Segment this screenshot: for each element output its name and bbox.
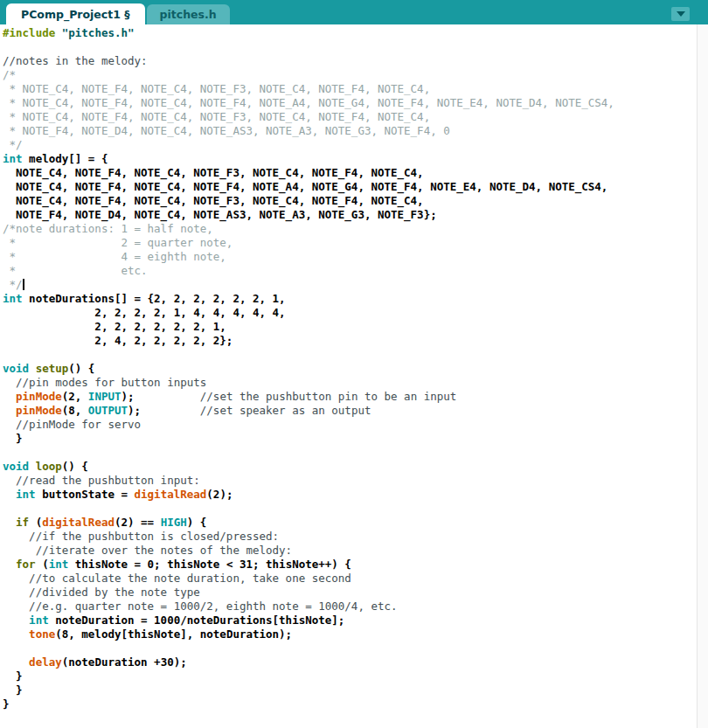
code-line[interactable]: /* (3, 68, 697, 82)
code-line[interactable]: //notes in the melody: (3, 54, 697, 68)
code-line[interactable]: tone(8, melody[thisNote], noteDuration); (3, 627, 697, 641)
code-line[interactable]: pinMode(8, OUTPUT); //set speaker as an … (3, 404, 697, 418)
code-line[interactable]: //read the pushbutton input: (3, 474, 697, 488)
code-line[interactable] (3, 40, 697, 54)
tab-label: pitches.h (160, 8, 217, 21)
code-line[interactable]: * 2 = quarter note, (3, 236, 697, 250)
code-line[interactable]: if (digitalRead(2) == HIGH) { (3, 516, 697, 530)
code-line[interactable]: * NOTE_C4, NOTE_F4, NOTE_C4, NOTE_F3, NO… (3, 110, 697, 124)
code-line[interactable]: NOTE_C4, NOTE_F4, NOTE_C4, NOTE_F3, NOTE… (3, 166, 697, 180)
tab-menu-button[interactable] (671, 7, 690, 21)
code-line[interactable]: //to calculate the note duration, take o… (3, 572, 697, 586)
code-line[interactable]: } (3, 669, 697, 683)
code-line[interactable]: //e.g. quarter note = 1000/2, eighth not… (3, 600, 697, 614)
code-line[interactable]: delay(noteDuration +30); (3, 655, 697, 669)
vertical-scrollbar[interactable] (697, 24, 708, 728)
code-line[interactable]: 2, 4, 2, 2, 2, 2, 2}; (3, 334, 697, 348)
code-editor[interactable]: #include "pitches.h"//notes in the melod… (0, 24, 697, 728)
code-line[interactable]: /*note durations: 1 = half note, (3, 222, 697, 236)
tab-pcomp-project1[interactable]: PComp_Project1 § (6, 3, 145, 24)
code-line[interactable]: //iterate over the notes of the melody: (3, 544, 697, 558)
code-line[interactable]: int buttonState = digitalRead(2); (3, 488, 697, 502)
code-line[interactable]: pinMode(2, INPUT); //set the pushbutton … (3, 390, 697, 404)
chevron-down-icon (677, 11, 685, 17)
code-line[interactable]: int melody[] = { (3, 152, 697, 166)
code-line[interactable]: NOTE_F4, NOTE_D4, NOTE_C4, NOTE_AS3, NOT… (3, 208, 697, 222)
code-line[interactable]: } (3, 432, 697, 446)
code-line[interactable]: int noteDurations[] = {2, 2, 2, 2, 2, 2,… (3, 292, 697, 306)
tab-pitches-h[interactable]: pitches.h (147, 4, 230, 24)
code-line[interactable]: } (3, 697, 697, 711)
code-line[interactable] (3, 641, 697, 655)
code-line[interactable]: * NOTE_C4, NOTE_F4, NOTE_C4, NOTE_F3, NO… (3, 82, 697, 96)
code-line[interactable]: //divided by the note type (3, 586, 697, 600)
code-line[interactable]: for (int thisNote = 0; thisNote < 31; th… (3, 558, 697, 572)
code-line[interactable]: * NOTE_C4, NOTE_F4, NOTE_C4, NOTE_F4, NO… (3, 96, 697, 110)
code-line[interactable]: */ (3, 278, 697, 292)
code-line[interactable]: void loop() { (3, 460, 697, 474)
code-line[interactable] (3, 502, 697, 516)
code-line[interactable]: //pin modes for button inputs (3, 376, 697, 390)
code-line[interactable]: #include "pitches.h" (3, 26, 697, 40)
code-line[interactable]: * etc. (3, 264, 697, 278)
code-line[interactable]: 2, 2, 2, 2, 2, 2, 1, (3, 320, 697, 334)
code-line[interactable]: void setup() { (3, 362, 697, 376)
code-line[interactable]: NOTE_C4, NOTE_F4, NOTE_C4, NOTE_F4, NOTE… (3, 180, 697, 194)
text-caret (23, 279, 24, 290)
code-line[interactable]: } (3, 683, 697, 697)
code-line[interactable]: //pinMode for servo (3, 418, 697, 432)
code-line[interactable]: int noteDuration = 1000/noteDurations[th… (3, 614, 697, 627)
code-line[interactable]: 2, 2, 2, 2, 1, 4, 4, 4, 4, 4, (3, 306, 697, 320)
code-line[interactable]: * NOTE_F4, NOTE_D4, NOTE_C4, NOTE_AS3, N… (3, 124, 697, 138)
tab-label: PComp_Project1 § (21, 8, 130, 21)
editor-tab-bar: PComp_Project1 § pitches.h (0, 0, 708, 24)
code-line[interactable]: * 4 = eighth note, (3, 250, 697, 264)
code-line[interactable]: */ (3, 138, 697, 152)
code-lines: #include "pitches.h"//notes in the melod… (0, 24, 697, 711)
code-line[interactable] (3, 446, 697, 460)
code-line[interactable] (3, 348, 697, 362)
code-line[interactable]: NOTE_C4, NOTE_F4, NOTE_C4, NOTE_F3, NOTE… (3, 194, 697, 208)
code-line[interactable]: //if the pushbutton is closed/pressed: (3, 530, 697, 544)
